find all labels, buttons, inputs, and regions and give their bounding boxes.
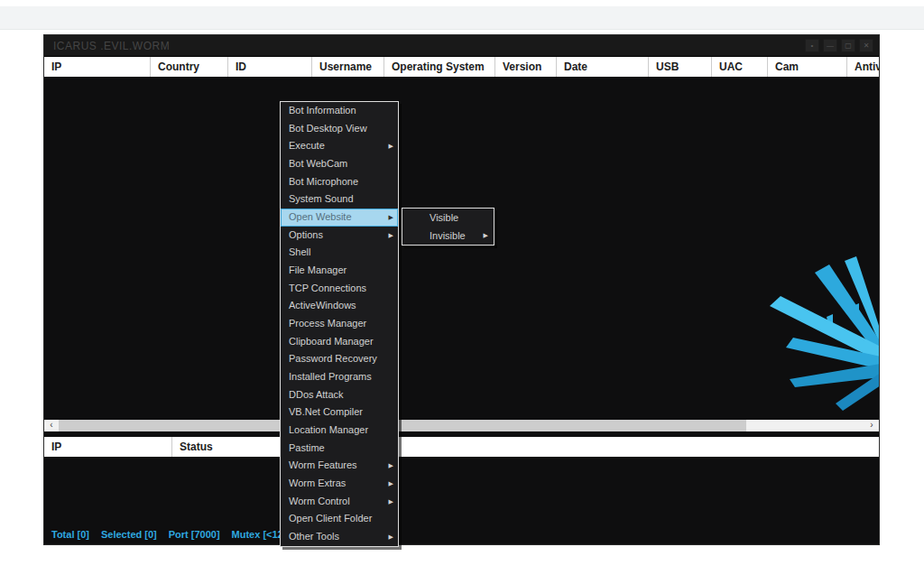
page-top-strip (0, 6, 924, 30)
context-menu-item-worm-control[interactable]: Worm Control▶ (281, 493, 398, 511)
menu-item-label: VB.Net Compiler (289, 406, 363, 417)
menu-item-label: Worm Features (289, 459, 357, 470)
menu-item-label: Clipboard Manager (289, 336, 374, 347)
column-header-uac[interactable]: UAC (712, 57, 768, 77)
context-menu-item-system-sound[interactable]: System Sound (281, 190, 398, 209)
context-menu-item-tcp-connections[interactable]: TCP Connections (281, 280, 398, 298)
open-website-submenu: VisibleInvisible▶ (402, 208, 494, 246)
window-controls: •—▢✕ (805, 39, 873, 52)
submenu-item-invisible[interactable]: Invisible▶ (402, 227, 494, 245)
menu-item-label: Bot Microphone (289, 176, 358, 187)
context-menu-item-pastime[interactable]: Pastime (281, 440, 398, 458)
context-menu-item-execute[interactable]: Execute▶ (281, 137, 398, 155)
context-menu-item-process-manager[interactable]: Process Manager (281, 315, 398, 333)
context-menu-item-clipboard-manager[interactable]: Clipboard Manager (281, 333, 398, 351)
context-menu-item-ddos-attack[interactable]: DDos Attack (281, 386, 398, 404)
menu-item-label: Other Tools (289, 531, 339, 542)
context-menu-item-options[interactable]: Options▶ (281, 227, 398, 245)
menu-item-label: Open Website (289, 211, 352, 222)
status-list-area (44, 457, 879, 524)
icarus-logo-icon (765, 254, 879, 416)
context-menu: Bot InformationBot Desktop ViewExecute▶B… (280, 101, 399, 547)
status-selected: Selected [0] (101, 529, 157, 540)
column-header-usb[interactable]: USB (649, 57, 712, 77)
scrollbar-track[interactable] (746, 420, 864, 431)
menu-item-label: System Sound (289, 193, 354, 204)
column-header-operating-system[interactable]: Operating System (384, 57, 495, 77)
main-table-header: IPCountryIDUsernameOperating SystemVersi… (44, 57, 879, 77)
context-menu-item-shell[interactable]: Shell (281, 244, 398, 262)
context-menu-item-worm-features[interactable]: Worm Features▶ (281, 457, 398, 475)
menu-item-label: Options (289, 229, 323, 240)
context-menu-item-file-manager[interactable]: File Manager (281, 262, 398, 280)
submenu-arrow-icon: ▶ (389, 475, 393, 493)
submenu-arrow-icon: ▶ (389, 137, 393, 155)
context-menu-item-worm-extras[interactable]: Worm Extras▶ (281, 475, 398, 493)
minimize-button[interactable]: — (823, 39, 837, 52)
menu-item-label: Worm Control (289, 496, 350, 506)
submenu-arrow-icon: ▶ (389, 457, 393, 475)
context-menu-item-open-client-folder[interactable]: Open Client Folder (281, 510, 398, 528)
bot-list-area (44, 77, 879, 420)
column-header-status-bottom[interactable]: Status (172, 437, 281, 457)
column-header-username[interactable]: Username (312, 57, 384, 77)
status-port: Port [7000] (169, 529, 220, 540)
context-menu-item-bot-desktop-view[interactable]: Bot Desktop View (281, 120, 398, 138)
context-menu-item-activewindows[interactable]: ActiveWindows (281, 297, 398, 315)
scrollbar-thumb[interactable] (59, 420, 746, 431)
submenu-arrow-icon: ▶ (389, 493, 393, 511)
menu-item-label: Bot Desktop View (289, 123, 367, 134)
status-total: Total [0] (51, 529, 89, 540)
context-menu-item-password-recovery[interactable]: Password Recovery (281, 350, 398, 368)
menu-item-label: Bot Information (289, 105, 356, 116)
column-header-date[interactable]: Date (557, 57, 649, 77)
menu-item-label: Invisible (430, 230, 466, 241)
context-menu-item-installed-programs[interactable]: Installed Programs (281, 368, 398, 386)
horizontal-scrollbar: ‹ › (44, 420, 879, 431)
status-table-header: IPStatus (44, 437, 879, 457)
context-menu-item-location-manager[interactable]: Location Manager (281, 422, 398, 440)
context-menu-item-bot-information[interactable]: Bot Information (281, 102, 398, 120)
context-menu-item-open-website[interactable]: Open Website▶ (281, 209, 398, 227)
context-menu-item-bot-microphone[interactable]: Bot Microphone (281, 173, 398, 191)
column-header-ip-bottom[interactable]: IP (44, 437, 172, 457)
desktop-background: ICARUS .EVIL.WORM •—▢✕ IPCountryIDUserna… (0, 0, 924, 575)
context-menu-item-other-tools[interactable]: Other Tools▶ (281, 528, 398, 546)
context-menu-item-vb-net-compiler[interactable]: VB.Net Compiler (281, 403, 398, 422)
column-header-country[interactable]: Country (151, 57, 228, 77)
menu-item-label: DDos Attack (289, 389, 344, 400)
extra-button[interactable]: • (805, 39, 819, 52)
menu-item-label: Process Manager (289, 318, 366, 329)
submenu-arrow-icon: ▶ (484, 227, 488, 245)
column-header-ip[interactable]: IP (44, 57, 151, 77)
menu-item-label: TCP Connections (289, 283, 366, 293)
menu-item-label: Worm Extras (289, 478, 346, 488)
menu-item-label: Pastime (289, 442, 325, 453)
scroll-right-icon[interactable]: › (864, 420, 879, 431)
submenu-item-visible[interactable]: Visible (402, 209, 494, 227)
submenu-arrow-icon: ▶ (389, 528, 393, 546)
menu-item-label: ActiveWindows (289, 300, 356, 311)
menu-item-label: Installed Programs (289, 371, 372, 382)
maximize-button[interactable]: ▢ (841, 39, 855, 52)
menu-item-label: Shell (289, 246, 310, 257)
titlebar[interactable]: ICARUS .EVIL.WORM •—▢✕ (44, 35, 879, 57)
column-header-id[interactable]: ID (228, 57, 312, 77)
column-header-antivirus[interactable]: Antivirus (847, 57, 879, 77)
menu-item-label: Execute (289, 140, 325, 151)
app-window: ICARUS .EVIL.WORM •—▢✕ IPCountryIDUserna… (43, 34, 880, 545)
submenu-arrow-icon: ▶ (389, 227, 393, 245)
menu-item-label: Open Client Folder (289, 513, 372, 524)
window-title: ICARUS .EVIL.WORM (53, 35, 170, 57)
menu-item-label: Password Recovery (289, 353, 377, 364)
submenu-arrow-icon: ▶ (389, 209, 393, 227)
menu-item-label: Bot WebCam (289, 158, 347, 169)
column-header-version[interactable]: Version (495, 57, 557, 77)
column-header-cam[interactable]: Cam (768, 57, 847, 77)
close-button[interactable]: ✕ (859, 39, 873, 52)
scroll-left-icon[interactable]: ‹ (44, 420, 59, 431)
menu-item-label: File Manager (289, 264, 346, 275)
menu-item-label: Location Manager (289, 424, 368, 435)
context-menu-item-bot-webcam[interactable]: Bot WebCam (281, 155, 398, 173)
menu-item-label: Visible (430, 212, 458, 223)
